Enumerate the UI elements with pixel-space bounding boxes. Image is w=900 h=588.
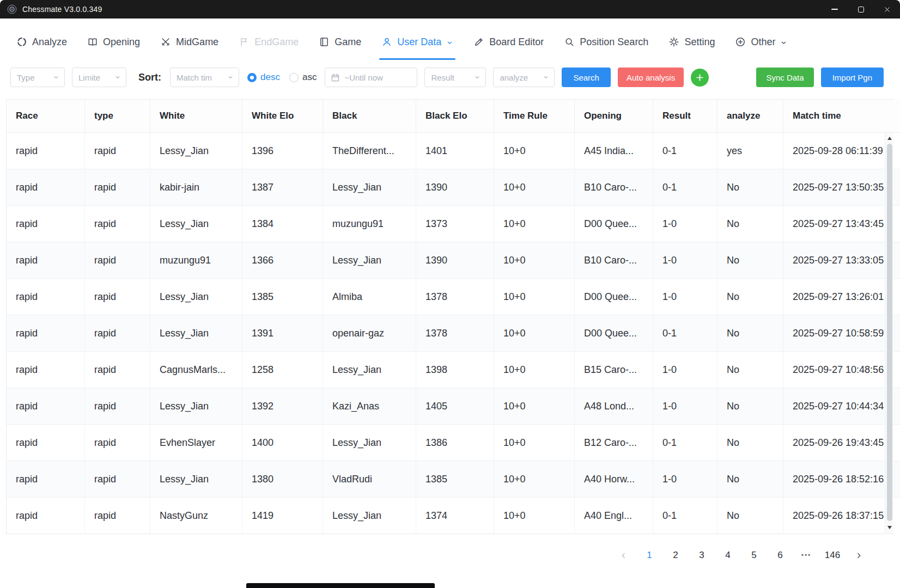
search-button[interactable]: Search	[562, 68, 611, 87]
table-row: rapidrapidLessy_Jian1380VladRudi138510+0…	[7, 461, 900, 498]
cell-analyze: No	[717, 498, 783, 534]
page-button-3[interactable]: 3	[691, 546, 712, 565]
cell-match-time: 2025-09-27 13:26:01	[783, 279, 900, 315]
cell-type: rapid	[85, 169, 150, 206]
chevron-down-icon	[446, 38, 453, 46]
tab-label: User Data	[397, 36, 441, 48]
cell-time-rule: 10+0	[494, 279, 575, 315]
import-pgn-button[interactable]: Import Pgn	[821, 68, 884, 87]
sort-asc-label: asc	[302, 72, 317, 83]
table-row: rapidrapidNastyGunz1419Lessy_Jian137410+…	[7, 498, 900, 534]
cell-type: rapid	[85, 315, 150, 352]
window-title: Chessmate V3.0.0.349	[22, 5, 102, 14]
cell-white-elo: 1384	[242, 206, 323, 242]
result-select-value: Result	[431, 73, 454, 82]
cell-time-rule: 10+0	[494, 315, 575, 352]
analyze-select-value: analyze	[500, 73, 528, 82]
table-row: rapidrapidEvhenSlayer1400Lessy_Jian13861…	[7, 425, 900, 461]
title-bar: Chessmate V3.0.0.349	[0, 0, 900, 19]
table-row: rapidrapidkabir-jain1387Lessy_Jian139010…	[7, 169, 900, 206]
analyze-select[interactable]: analyze	[493, 68, 555, 87]
next-page-button[interactable]	[848, 546, 869, 565]
cell-match-time: 2025-09-27 13:50:35	[783, 169, 900, 206]
vertical-scrollbar[interactable]	[885, 133, 893, 533]
cell-analyze: No	[717, 425, 783, 461]
analyze-icon	[16, 36, 27, 47]
column-header-result: Result	[653, 100, 717, 133]
sort-asc-option[interactable]: asc	[289, 72, 317, 83]
tab-label: Game	[335, 36, 361, 48]
gear-icon	[668, 36, 679, 47]
sort-asc-radio[interactable]	[289, 73, 299, 82]
cell-black-elo: 1405	[416, 388, 494, 425]
sort-desc-radio[interactable]	[247, 73, 257, 82]
page-button-2[interactable]: 2	[665, 546, 686, 565]
cell-black-elo: 1385	[416, 461, 494, 498]
cell-black: Lessy_Jian	[323, 242, 416, 279]
tab-user-data[interactable]: User Data	[381, 24, 453, 60]
sort-field-select[interactable]: Match tim	[170, 68, 239, 87]
cell-race: rapid	[7, 425, 85, 461]
cell-white-elo: 1258	[242, 352, 323, 388]
page-button-6[interactable]: 6	[770, 546, 790, 565]
tab-board-editor[interactable]: Board Editor	[473, 24, 544, 60]
maximize-icon	[858, 7, 864, 13]
page-button-5[interactable]: 5	[744, 546, 764, 565]
prev-page-button[interactable]	[613, 546, 634, 565]
type-select[interactable]: Type	[10, 68, 65, 87]
result-select[interactable]: Result	[424, 68, 486, 87]
limit-select[interactable]: Limite	[72, 68, 126, 87]
cell-black: Lessy_Jian	[323, 169, 416, 206]
tab-other[interactable]: Other	[735, 24, 787, 60]
column-header-match-time: Match time	[783, 100, 900, 133]
close-button[interactable]	[874, 0, 900, 19]
cell-race: rapid	[7, 279, 85, 315]
cell-race: rapid	[7, 242, 85, 279]
cell-white-elo: 1391	[242, 315, 323, 352]
sort-desc-label: desc	[260, 72, 280, 83]
tab-game[interactable]: Game	[319, 24, 361, 60]
cell-match-time: 2025-09-27 10:58:59	[783, 315, 900, 352]
minimize-button[interactable]	[822, 0, 848, 19]
user-icon	[381, 36, 392, 47]
main-nav: AnalyzeOpeningMidGameEndGameGameUser Dat…	[0, 24, 900, 60]
cell-white: Lessy_Jian	[150, 461, 242, 498]
cell-analyze: yes	[717, 133, 783, 169]
page-button-1[interactable]: 1	[639, 546, 660, 565]
add-button[interactable]	[691, 69, 709, 87]
scrollbar-thumb[interactable]	[887, 144, 892, 521]
page-button-146[interactable]: 146	[822, 546, 843, 565]
cell-result: 1-0	[653, 352, 717, 388]
auto-analysis-button[interactable]: Auto analysis	[618, 68, 684, 87]
window-controls	[822, 0, 900, 19]
sort-desc-option[interactable]: desc	[247, 72, 280, 83]
tab-label: Board Editor	[489, 36, 544, 48]
opening-icon	[87, 36, 98, 47]
cell-time-rule: 10+0	[494, 461, 575, 498]
page-ellipsis[interactable]: •••	[796, 546, 817, 565]
tab-opening[interactable]: Opening	[87, 24, 140, 60]
tab-analyze[interactable]: Analyze	[16, 24, 67, 60]
chevron-down-icon	[543, 74, 549, 81]
date-range-input[interactable]: ~Until now	[325, 68, 417, 87]
cell-result: 1-0	[653, 206, 717, 242]
column-header-opening: Opening	[575, 100, 653, 133]
maximize-button[interactable]	[848, 0, 874, 19]
scroll-up-button[interactable]	[885, 134, 893, 143]
tab-position-search[interactable]: Position Search	[564, 24, 648, 60]
scroll-down-button[interactable]	[885, 523, 893, 532]
cell-white-elo: 1396	[242, 133, 323, 169]
page-button-4[interactable]: 4	[717, 546, 738, 565]
cell-time-rule: 10+0	[494, 133, 575, 169]
tab-endgame[interactable]: EndGame	[239, 24, 299, 60]
cell-black-elo: 1390	[416, 242, 494, 279]
cell-opening: B15 Caro-...	[575, 352, 653, 388]
cell-type: rapid	[85, 425, 150, 461]
sync-data-button[interactable]: Sync Data	[756, 68, 813, 87]
cell-match-time: 2025-09-28 06:11:39	[783, 133, 900, 169]
cell-race: rapid	[7, 352, 85, 388]
cell-time-rule: 10+0	[494, 206, 575, 242]
tab-setting[interactable]: Setting	[668, 24, 715, 60]
cell-race: rapid	[7, 388, 85, 425]
tab-midgame[interactable]: MidGame	[160, 24, 218, 60]
